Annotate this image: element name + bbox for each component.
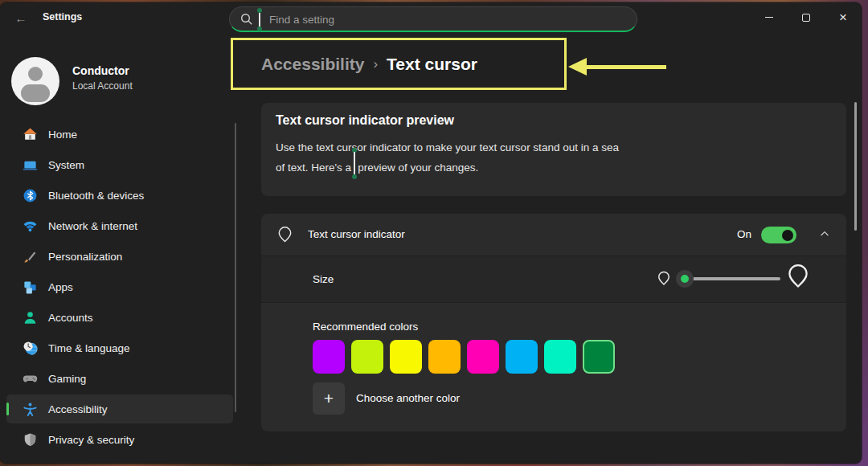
text-cursor-indicator-row: Text cursor indicator On bbox=[261, 214, 846, 255]
back-arrow-icon: ← bbox=[15, 11, 27, 25]
sidebar-item-home[interactable]: Home bbox=[6, 120, 233, 149]
arrow-annotation-head bbox=[568, 58, 587, 76]
titlebar: ← Settings Find a setting × bbox=[0, 2, 862, 32]
choose-another-color-button[interactable]: + bbox=[313, 382, 345, 415]
avatar-head bbox=[28, 67, 43, 81]
plus-icon: + bbox=[324, 389, 334, 408]
caret-line bbox=[259, 13, 260, 27]
sidebar-item-label: Apps bbox=[48, 281, 73, 293]
color-swatch-purple[interactable] bbox=[313, 340, 345, 374]
text-cursor-indicator-toggle[interactable] bbox=[761, 227, 796, 243]
sidebar-item-gaming[interactable]: Gaming bbox=[6, 364, 233, 393]
sidebar-item-accounts[interactable]: Accounts bbox=[6, 303, 233, 332]
text-cursor-indicator-preview-caret bbox=[353, 161, 356, 173]
preview-line2-before: of text. Here's a bbox=[276, 161, 351, 174]
avatar-body bbox=[21, 84, 50, 102]
breadcrumb: Accessibility › Text cursor bbox=[261, 55, 477, 74]
sidebar-item-personalization[interactable]: Personalization bbox=[6, 242, 233, 271]
large-drop-icon bbox=[784, 262, 812, 289]
sidebar-item-bluetooth-devices[interactable]: Bluetooth & devices bbox=[6, 181, 233, 210]
sidebar-item-label: Home bbox=[48, 129, 77, 141]
sidebar-item-label: Accessibility bbox=[48, 403, 108, 415]
sidebar-item-time-language[interactable]: Time & language bbox=[6, 333, 233, 362]
sidebar-item-label: System bbox=[48, 159, 84, 171]
main-content: Accessibility › Text cursor Text cursor … bbox=[241, 32, 862, 464]
breadcrumb-parent[interactable]: Accessibility bbox=[261, 55, 364, 74]
indicator-label: Text cursor indicator bbox=[308, 228, 405, 240]
color-swatches bbox=[313, 340, 615, 374]
preview-line1: Use the text cursor indicator to make yo… bbox=[276, 141, 619, 153]
preview-title: Text cursor indicator preview bbox=[276, 113, 454, 128]
app-title: Settings bbox=[43, 11, 82, 22]
arrow-annotation-shaft bbox=[586, 65, 666, 69]
sidebar-item-system[interactable]: System bbox=[6, 150, 233, 179]
sidebar-item-label: Personalization bbox=[48, 251, 122, 263]
bluetooth-icon bbox=[23, 188, 38, 203]
choose-another-color-label: Choose another color bbox=[356, 392, 460, 404]
main-scrollbar[interactable] bbox=[854, 102, 857, 231]
avatar[interactable] bbox=[11, 57, 59, 105]
search-placeholder: Find a setting bbox=[269, 14, 334, 26]
sidebar-nav: Home System Bluetooth & devices bbox=[0, 118, 241, 456]
recommended-colors-row: Recommended colors + Choose another colo… bbox=[261, 303, 846, 431]
apps-icon bbox=[23, 280, 38, 295]
text-cursor-preview-card: Text cursor indicator preview Use the te… bbox=[261, 103, 846, 196]
size-slider[interactable] bbox=[676, 270, 780, 288]
home-icon bbox=[23, 127, 38, 142]
sidebar-item-label: Time & language bbox=[48, 342, 130, 354]
settings-window: ← Settings Find a setting × Cond bbox=[0, 2, 862, 464]
sidebar-item-label: Network & internet bbox=[48, 220, 137, 232]
sidebar-scrollbar[interactable] bbox=[235, 123, 236, 412]
slider-thumb-dot bbox=[681, 275, 689, 283]
chevron-up-icon[interactable] bbox=[819, 228, 830, 239]
close-icon: × bbox=[839, 10, 847, 24]
user-account-type: Local Account bbox=[72, 80, 133, 92]
chevron-right-icon: › bbox=[373, 56, 378, 72]
recommended-colors-label: Recommended colors bbox=[313, 321, 418, 333]
size-row: Size bbox=[261, 256, 846, 302]
maximize-icon bbox=[802, 14, 810, 22]
slider-thumb[interactable] bbox=[676, 270, 694, 288]
preview-body: Use the text cursor indicator to make yo… bbox=[276, 137, 619, 178]
color-swatch-green-selected[interactable] bbox=[583, 340, 615, 374]
sidebar-item-accessibility[interactable]: Accessibility bbox=[6, 394, 233, 423]
sidebar-item-label: Accounts bbox=[48, 312, 93, 324]
back-button[interactable]: ← bbox=[11, 8, 31, 27]
sidebar-item-label: Privacy & security bbox=[48, 434, 134, 446]
caret-bottom-dot bbox=[257, 27, 262, 31]
network-icon bbox=[23, 219, 38, 234]
sidebar-item-label: Gaming bbox=[48, 373, 86, 385]
sidebar-item-network-internet[interactable]: Network & internet bbox=[6, 211, 233, 240]
small-drop-icon bbox=[656, 270, 672, 286]
toggle-knob bbox=[782, 230, 793, 241]
privacy-security-icon bbox=[23, 432, 38, 448]
color-swatch-turquoise[interactable] bbox=[544, 340, 576, 374]
color-swatch-orange[interactable] bbox=[428, 340, 461, 374]
color-swatch-blue[interactable] bbox=[506, 340, 538, 374]
color-swatch-magenta[interactable] bbox=[467, 340, 499, 374]
time-language-icon bbox=[23, 341, 38, 356]
color-swatch-lime[interactable] bbox=[351, 340, 383, 374]
color-swatch-yellow[interactable] bbox=[390, 340, 422, 374]
size-label: Size bbox=[313, 273, 334, 285]
sidebar-item-apps[interactable]: Apps bbox=[6, 272, 233, 301]
accessibility-icon bbox=[23, 402, 38, 417]
minimize-icon bbox=[765, 17, 773, 18]
user-name: Conductor bbox=[72, 64, 129, 77]
close-button[interactable]: × bbox=[825, 2, 862, 32]
text-cursor-drop-icon bbox=[276, 225, 294, 243]
minimize-button[interactable] bbox=[751, 2, 788, 32]
sidebar-item-privacy-security[interactable]: Privacy & security bbox=[6, 425, 233, 454]
sidebar: Conductor Local Account Home System bbox=[0, 32, 241, 464]
page-title: Text cursor bbox=[387, 55, 477, 74]
maximize-button[interactable] bbox=[788, 2, 825, 32]
slider-track[interactable] bbox=[687, 277, 780, 280]
system-icon bbox=[23, 157, 38, 173]
gaming-icon bbox=[23, 371, 38, 386]
text-cursor-indicator-caret bbox=[257, 10, 262, 30]
window-controls: × bbox=[751, 2, 862, 32]
search-icon bbox=[240, 13, 253, 26]
toggle-state-text: On bbox=[737, 228, 751, 240]
search-input[interactable]: Find a setting bbox=[229, 6, 637, 32]
preview-line2-after: preview of your changes. bbox=[358, 161, 478, 174]
